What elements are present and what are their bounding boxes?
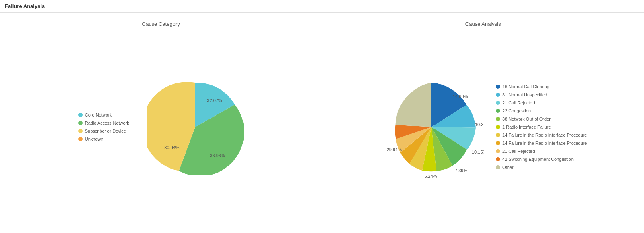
legend-dot-radio-access	[78, 121, 83, 125]
legend-item-switching-congestion: 42 Switching Equipment Congestion	[496, 157, 587, 162]
cause-category-chart-area: Core Network Radio Access Network Subscr…	[8, 31, 314, 223]
cause-analysis-legend: 16 Normal Call Clearing 31 Normal Unspec…	[496, 84, 587, 170]
cause-category-title: Cause Category	[142, 21, 180, 27]
svg-text:10.37%: 10.37%	[475, 122, 484, 127]
legend-label-6: 14 Failure in the Radio Interface Proced…	[502, 133, 587, 137]
legend-item-network-out-of-order: 38 Network Out of Order	[496, 116, 587, 121]
page-title: Failure Analysis	[0, 0, 644, 13]
legend-label-radio-access: Radio Access Network	[85, 121, 129, 125]
legend-item-core-network: Core Network	[78, 112, 135, 117]
legend-item-other: Other	[496, 165, 587, 170]
legend-item-normal-call-clearing: 16 Normal Call Clearing	[496, 84, 587, 89]
cause-analysis-chart-area: 14.60% 10.37% 10.15% 7.39% 6.24% 29.94% …	[330, 31, 636, 223]
legend-dot-8	[496, 149, 500, 153]
legend-label-unknown: Unknown	[85, 137, 103, 141]
legend-item-congestion: 22 Congestion	[496, 108, 587, 113]
legend-label-9: 42 Switching Equipment Congestion	[502, 157, 574, 162]
legend-dot-6	[496, 133, 500, 137]
legend-label-0: 16 Normal Call Clearing	[502, 84, 549, 89]
legend-item-unknown: Unknown	[78, 137, 135, 141]
legend-dot-5	[496, 125, 500, 129]
legend-dot-1	[496, 93, 500, 97]
cause-category-pie: 32.07% 36.96% 30.94%	[147, 79, 244, 175]
legend-dot-unknown	[78, 137, 83, 141]
legend-dot-7	[496, 141, 500, 145]
legend-item-call-rejected-2: 21 Call Rejected	[496, 149, 587, 154]
legend-dot-subscriber	[78, 129, 83, 133]
svg-text:6.24%: 6.24%	[424, 174, 437, 179]
legend-dot-core-network	[78, 113, 83, 117]
cause-category-legend: Core Network Radio Access Network Subscr…	[78, 112, 135, 141]
legend-label-1: 31 Normal Unspecified	[502, 92, 547, 97]
legend-item-failure-radio-proc-1: 14 Failure in the Radio Interface Proced…	[496, 133, 587, 137]
svg-text:36.96%: 36.96%	[210, 153, 225, 158]
legend-item-radio-interface-failure: 1 Radio Interface Failure	[496, 125, 587, 129]
cause-analysis-title: Cause Analysis	[465, 21, 501, 27]
legend-label-10: Other	[502, 165, 514, 170]
svg-text:7.39%: 7.39%	[455, 168, 467, 173]
legend-item-call-rejected-1: 21 Call Rejected	[496, 100, 587, 105]
cause-analysis-pie: 14.60% 10.37% 10.15% 7.39% 6.24% 29.94%	[379, 75, 484, 179]
legend-dot-0	[496, 85, 500, 89]
legend-item-failure-radio-proc-2: 14 Failure in the Radio Interface Proced…	[496, 141, 587, 146]
legend-label-2: 21 Call Rejected	[502, 100, 535, 105]
cause-analysis-panel: Cause Analysis	[322, 13, 644, 231]
legend-dot-2	[496, 101, 500, 105]
legend-label-core-network: Core Network	[85, 112, 112, 117]
svg-text:32.07%: 32.07%	[207, 98, 222, 103]
svg-text:10.15%: 10.15%	[472, 150, 484, 154]
legend-item-subscriber: Subscriber or Device	[78, 129, 135, 133]
legend-dot-3	[496, 109, 500, 113]
cause-category-panel: Cause Category Core Network Radio Access…	[0, 13, 322, 231]
legend-label-8: 21 Call Rejected	[502, 149, 535, 154]
legend-dot-10	[496, 165, 500, 169]
svg-text:14.60%: 14.60%	[453, 94, 468, 99]
legend-dot-9	[496, 157, 500, 161]
svg-text:29.94%: 29.94%	[387, 147, 402, 152]
legend-label-7: 14 Failure in the Radio Interface Proced…	[502, 141, 587, 146]
legend-item-normal-unspecified: 31 Normal Unspecified	[496, 92, 587, 97]
legend-label-4: 38 Network Out of Order	[502, 116, 551, 121]
svg-text:30.94%: 30.94%	[164, 145, 180, 150]
legend-label-5: 1 Radio Interface Failure	[502, 125, 551, 129]
legend-label-subscriber: Subscriber or Device	[85, 129, 126, 133]
charts-container: Cause Category Core Network Radio Access…	[0, 13, 644, 231]
legend-item-radio-access: Radio Access Network	[78, 121, 135, 125]
legend-label-3: 22 Congestion	[502, 108, 531, 113]
legend-dot-4	[496, 117, 500, 121]
